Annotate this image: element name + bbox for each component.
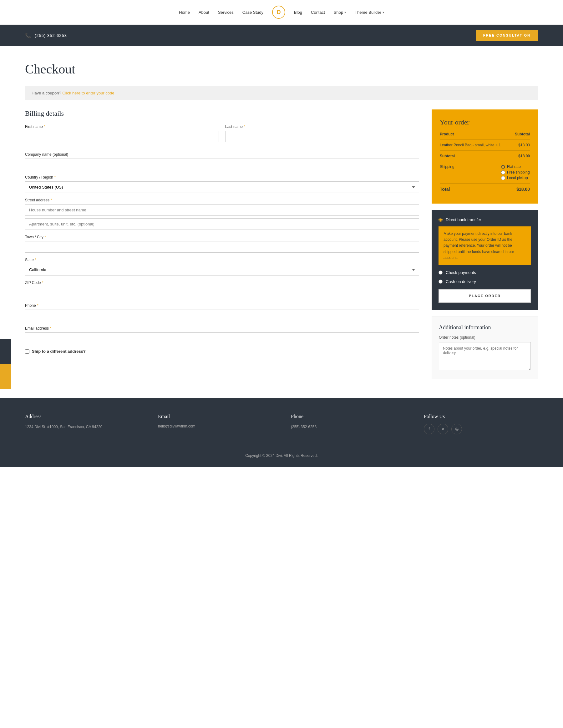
payment-bank-transfer[interactable]: Direct bank transfer: [439, 217, 531, 222]
required-star-9: *: [50, 326, 51, 331]
shipping-local-radio[interactable]: [501, 176, 505, 180]
shipping-flat-rate-radio[interactable]: [501, 165, 505, 169]
payment-check[interactable]: Check payments: [439, 270, 531, 275]
payment-bank-radio[interactable]: [439, 218, 443, 222]
coupon-link[interactable]: Click here to enter your code: [62, 91, 114, 95]
total-label: Total: [440, 184, 501, 195]
shipping-local-pickup[interactable]: Local pickup: [501, 176, 530, 180]
footer-grid: Address 1234 Divi St. #1000, San Francis…: [25, 414, 538, 434]
total-row: Total $18.00: [440, 184, 530, 195]
footer-divider: [25, 447, 538, 447]
email-group: Email address *: [25, 326, 419, 344]
ship-checkbox-input[interactable]: [25, 349, 29, 354]
required-star-3: *: [54, 175, 56, 179]
nav-blog[interactable]: Blog: [294, 10, 302, 15]
footer-phone: Phone (255) 352-6258: [291, 414, 405, 434]
email-input[interactable]: [25, 332, 419, 344]
footer: Address 1234 Divi St. #1000, San Francis…: [0, 398, 563, 467]
required-star-8: *: [37, 303, 38, 308]
zip-input[interactable]: [25, 287, 419, 298]
country-select[interactable]: United States (US): [25, 181, 419, 193]
notes-textarea[interactable]: [439, 342, 531, 370]
additional-title: Additional information: [439, 324, 531, 331]
nav-services[interactable]: Services: [218, 10, 234, 15]
street-label: Street address *: [25, 198, 419, 202]
coupon-text: Have a coupon?: [32, 91, 61, 95]
accent-gold: [0, 364, 11, 389]
product-name: Leather Pencil Bag - small, white × 1: [440, 140, 501, 151]
zip-label: ZIP Code *: [25, 281, 419, 285]
required-star-4: *: [50, 198, 52, 202]
social-icons: f ✕ ◎: [424, 424, 538, 434]
nav-case-study[interactable]: Case Study: [242, 10, 263, 15]
apt-input[interactable]: [25, 218, 419, 230]
shipping-label: Shipping: [440, 161, 501, 184]
top-bar: 📞 (255) 352-6258 FREE CONSULTATION: [0, 25, 563, 46]
first-name-label: First name *: [25, 124, 219, 129]
col-product: Product: [440, 132, 501, 140]
city-input[interactable]: [25, 241, 419, 253]
footer-phone-text: (255) 352-6258: [291, 424, 405, 430]
main-content: Billing details First name * Last name *…: [0, 109, 563, 398]
nav-about[interactable]: About: [199, 10, 209, 15]
shipping-free-radio[interactable]: [501, 170, 505, 174]
subtotal-label: Subtotal: [440, 151, 501, 162]
shipping-options: Flat rate Free shipping Local pickup: [501, 161, 530, 184]
first-name-group: First name *: [25, 124, 219, 142]
required-star: *: [44, 124, 45, 129]
shipping-row: Shipping Flat rate Free shipping: [440, 161, 530, 184]
phone-number: (255) 352-6258: [35, 33, 67, 38]
place-order-button[interactable]: PLACE ORDER: [439, 289, 531, 303]
col-subtotal: Subtotal: [501, 132, 530, 140]
instagram-icon[interactable]: ◎: [451, 424, 462, 434]
footer-follow: Follow Us f ✕ ◎: [424, 414, 538, 434]
table-row: Leather Pencil Bag - small, white × 1 $1…: [440, 140, 530, 151]
name-row: First name * Last name *: [25, 124, 419, 147]
free-consultation-button[interactable]: FREE CONSULTATION: [476, 30, 538, 41]
shipping-flat-rate[interactable]: Flat rate: [501, 164, 530, 169]
page-title: Checkout: [25, 62, 538, 77]
phone-input[interactable]: [25, 310, 419, 321]
country-group: Country / Region * United States (US): [25, 175, 419, 193]
subtotal-value: $18.00: [501, 151, 530, 162]
facebook-icon[interactable]: f: [424, 424, 434, 434]
last-name-label: Last name *: [225, 124, 419, 129]
phone-bar: 📞 (255) 352-6258: [25, 33, 67, 38]
city-group: Town / City *: [25, 235, 419, 253]
footer-address: Address 1234 Divi St. #1000, San Francis…: [25, 414, 139, 434]
company-label: Company name (optional): [25, 152, 419, 157]
footer-copyright: Copyright © 2024 Divi. All Rights Reserv…: [25, 453, 538, 458]
street-input[interactable]: [25, 204, 419, 216]
footer-address-text: 1234 Divi St. #1000, San Francisco, CA 9…: [25, 424, 139, 430]
zip-group: ZIP Code *: [25, 281, 419, 298]
footer-email-link[interactable]: hello@divilawfirm.com: [158, 424, 195, 428]
right-panel: Your order Product Subtotal Leather Penc…: [432, 109, 538, 379]
state-select[interactable]: California: [25, 264, 419, 276]
footer-email-title: Email: [158, 414, 272, 419]
payment-cod-radio[interactable]: [439, 280, 443, 284]
main-nav: Home About Services Case Study D Blog Co…: [0, 0, 563, 25]
company-group: Company name (optional): [25, 152, 419, 170]
payment-panel: Direct bank transfer Make your payment d…: [432, 210, 538, 310]
notes-label: Order notes (optional): [439, 335, 531, 340]
order-title: Your order: [440, 118, 530, 126]
shipping-free[interactable]: Free shipping: [501, 170, 530, 174]
last-name-input[interactable]: [225, 131, 419, 142]
accent-dark: [0, 339, 11, 364]
payment-check-radio[interactable]: [439, 270, 443, 275]
last-name-group: Last name *: [225, 124, 419, 142]
nav-theme-builder[interactable]: Theme Builder ▾: [355, 10, 384, 15]
first-name-input[interactable]: [25, 131, 219, 142]
site-logo[interactable]: D: [272, 6, 285, 19]
payment-cod[interactable]: Cash on delivery: [439, 279, 531, 284]
phone-icon: 📞: [25, 33, 32, 38]
nav-home[interactable]: Home: [179, 10, 190, 15]
ship-checkbox[interactable]: Ship to a different address?: [25, 349, 419, 354]
state-label: State *: [25, 258, 419, 262]
company-input[interactable]: [25, 159, 419, 170]
required-star-6: *: [35, 258, 36, 262]
nav-shop[interactable]: Shop ▾: [334, 10, 346, 15]
twitter-icon[interactable]: ✕: [438, 424, 448, 434]
nav-contact[interactable]: Contact: [311, 10, 325, 15]
billing-form: Billing details First name * Last name *…: [25, 109, 419, 354]
